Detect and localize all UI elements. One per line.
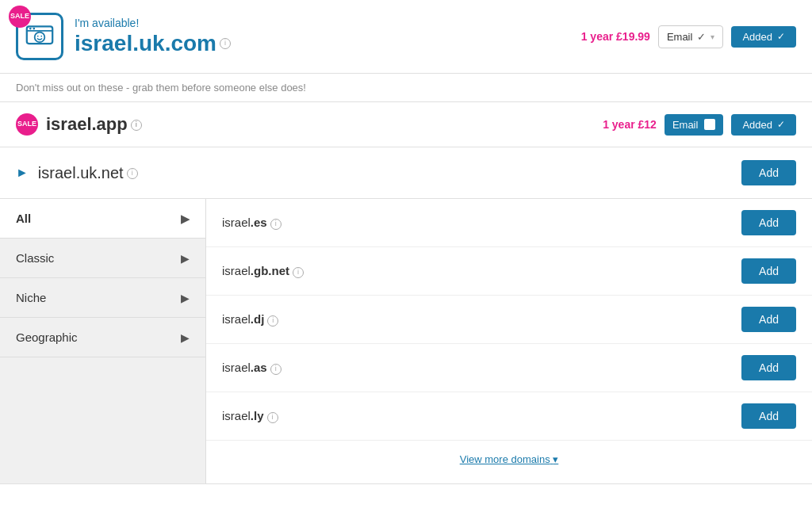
sidebar-geographic-arrow-icon: ▶ <box>181 331 190 344</box>
alt-domain-row: SALE israel.appi 1 year £12 Email Added … <box>0 102 812 147</box>
alt-email-label: Email <box>672 119 699 131</box>
added-button[interactable]: Added ✓ <box>731 26 796 48</box>
view-more-arrow-icon: ▾ <box>553 453 558 465</box>
list-item-tld: .ly <box>251 409 264 422</box>
added-button-label: Added <box>742 31 772 43</box>
main-domain-info-icon[interactable]: i <box>220 38 231 49</box>
email-dropdown-check-icon: ✓ <box>697 31 706 43</box>
svg-point-2 <box>29 28 32 30</box>
domain-info: I'm available! israel.uk.com i <box>75 17 581 56</box>
alt-domain-info-icon[interactable]: i <box>131 120 142 131</box>
email-dropdown-label: Email <box>667 31 693 43</box>
list-item-name: israel.gb.neti <box>222 264 741 277</box>
list-item-info-icon[interactable]: i <box>267 412 278 423</box>
view-more-label: View more domains <box>460 453 550 465</box>
list-item-add-button[interactable]: Add <box>741 355 796 380</box>
sidebar-all-label: All <box>16 212 31 225</box>
alt-email-button[interactable]: Email <box>665 114 724 136</box>
list-item-tld: .gb.net <box>251 264 289 277</box>
list-item-add-button[interactable]: Add <box>741 307 796 332</box>
list-item-info-icon[interactable]: i <box>293 267 304 278</box>
alt-added-check-icon: ✓ <box>777 119 785 130</box>
available-label: I'm available! <box>75 17 581 29</box>
alt-domain-name: israel.appi <box>46 114 603 135</box>
view-more-link[interactable]: View more domains ▾ <box>206 441 812 478</box>
collapsed-domain-name: israel.uk.neti <box>38 164 741 182</box>
svg-point-3 <box>33 28 35 30</box>
subtitle-text: Don't miss out on these - grab them befo… <box>16 82 306 94</box>
sidebar-item-niche[interactable]: Niche ▶ <box>0 278 205 318</box>
collapsed-add-button[interactable]: Add <box>741 160 796 185</box>
collapsed-domain-name-text: israel.uk.net <box>38 164 124 181</box>
sidebar-item-classic[interactable]: Classic ▶ <box>0 239 205 278</box>
alt-domain-right-controls: 1 year £12 Email Added ✓ <box>603 114 796 136</box>
domain-right-controls: 1 year £19.99 Email ✓ ▾ Added ✓ <box>581 25 796 48</box>
domain-list: israel.esi Add israel.gb.neti Add israel… <box>206 199 812 483</box>
list-item: israel.lyi Add <box>206 392 812 441</box>
alt-email-checkbox[interactable] <box>704 119 715 130</box>
list-item-add-button[interactable]: Add <box>741 258 796 284</box>
email-dropdown-chevron-icon: ▾ <box>710 32 714 41</box>
available-domain-row: SALE I'm available! israel.uk.com i 1 ye… <box>0 0 812 74</box>
email-dropdown[interactable]: Email ✓ ▾ <box>658 25 724 48</box>
list-item-tld: .es <box>251 216 267 229</box>
list-item-tld: .dj <box>251 312 265 326</box>
subtitle-bar: Don't miss out on these - grab them befo… <box>0 74 812 102</box>
sidebar-item-all[interactable]: All ▶ <box>0 199 205 239</box>
svg-point-5 <box>37 36 39 37</box>
main-domain-price: 1 year £19.99 <box>581 30 650 43</box>
list-item-add-button[interactable]: Add <box>741 210 796 235</box>
collapsed-domain-row[interactable]: ► israel.uk.neti Add <box>0 147 812 199</box>
alt-added-button[interactable]: Added ✓ <box>731 114 796 136</box>
list-item: israel.esi Add <box>206 199 812 247</box>
list-item-info-icon[interactable]: i <box>270 364 282 375</box>
alt-domain-price: 1 year £12 <box>603 118 657 131</box>
sale-badge-icon: SALE <box>9 6 31 28</box>
monitor-icon <box>25 22 54 51</box>
list-item-info-icon[interactable]: i <box>270 219 282 230</box>
sidebar-geographic-label: Geographic <box>16 330 78 344</box>
sidebar-niche-arrow-icon: ▶ <box>181 292 190 304</box>
list-item: israel.asi Add <box>206 344 812 392</box>
collapsed-domain-info-icon[interactable]: i <box>127 168 138 179</box>
alt-domain-name-text: israel.app <box>46 114 128 134</box>
svg-point-4 <box>35 32 45 43</box>
category-sidebar: All ▶ Classic ▶ Niche ▶ Geographic ▶ <box>0 199 206 483</box>
list-item: israel.dji Add <box>206 296 812 344</box>
list-item: israel.gb.neti Add <box>206 247 812 296</box>
sidebar-niche-label: Niche <box>16 291 46 304</box>
list-item-name: israel.asi <box>222 361 741 374</box>
sidebar-item-geographic[interactable]: Geographic ▶ <box>0 318 205 357</box>
list-item-name: israel.dji <box>222 312 741 326</box>
sidebar-classic-arrow-icon: ▶ <box>181 252 190 265</box>
list-item-add-button[interactable]: Add <box>741 403 796 429</box>
main-domain-name: israel.uk.com <box>75 31 216 56</box>
sidebar-classic-label: Classic <box>16 251 54 265</box>
sidebar-all-arrow-icon: ▶ <box>181 212 190 225</box>
alt-added-label: Added <box>742 119 772 131</box>
domain-icon: SALE <box>16 13 63 60</box>
list-item-info-icon[interactable]: i <box>267 315 278 327</box>
alt-sale-badge: SALE <box>16 113 38 136</box>
added-check-icon: ✓ <box>777 31 785 42</box>
list-item-name: israel.lyi <box>222 409 741 422</box>
expanded-panel: All ▶ Classic ▶ Niche ▶ Geographic ▶ isr… <box>0 199 812 484</box>
list-item-name: israel.esi <box>222 216 741 229</box>
list-item-tld: .as <box>251 361 267 374</box>
svg-point-6 <box>40 36 42 37</box>
collapsed-chevron-icon: ► <box>16 166 29 180</box>
